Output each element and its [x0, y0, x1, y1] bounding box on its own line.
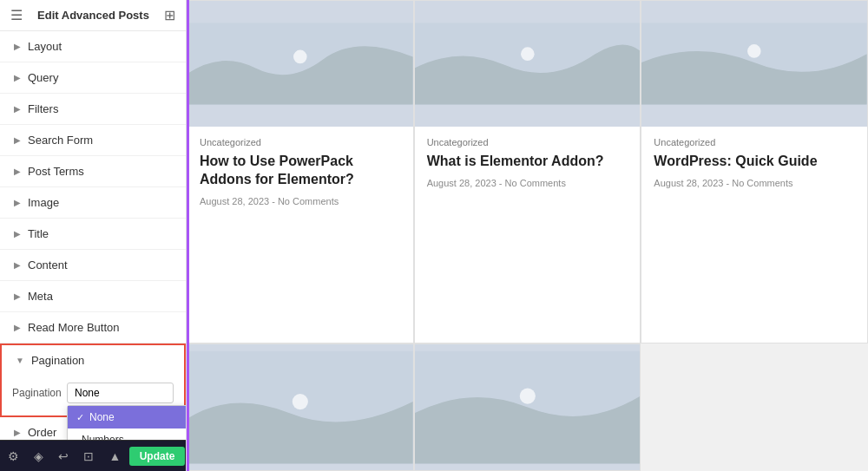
chevron-right-icon: ▶	[14, 229, 21, 239]
sidebar-item-meta[interactable]: ▶ Meta	[0, 281, 186, 312]
sidebar-item-label: Title	[28, 227, 49, 240]
post-thumbnail-4	[187, 344, 413, 470]
svg-point-9	[519, 388, 535, 403]
layers-icon[interactable]: ◈	[27, 446, 50, 467]
dropdown-option-label: Numbers	[82, 434, 124, 440]
sidebar-item-label: Search Form	[28, 134, 93, 147]
chevron-right-icon: ▶	[14, 42, 21, 51]
sidebar-title: Edit Advanced Posts	[37, 9, 149, 22]
post-title-2: What is Elementor Addon?	[427, 153, 628, 171]
menu-icon[interactable]: ☰	[10, 7, 23, 23]
post-category-2: Uncategorized	[427, 137, 628, 147]
sidebar-item-label: Layout	[28, 40, 62, 53]
chevron-right-icon: ▶	[14, 428, 21, 437]
responsive-icon[interactable]: ⊡	[76, 446, 101, 467]
svg-point-3	[521, 47, 535, 61]
pagination-content: Pagination None ✓ None Num	[2, 376, 184, 415]
post-body-3: Uncategorized WordPress: Quick Guide Aug…	[641, 127, 867, 343]
pagination-dropdown-menu: ✓ None Numbers Numbers + Previous/Next	[67, 405, 186, 440]
sidebar-item-query[interactable]: ▶ Query	[0, 62, 186, 94]
pagination-row: Pagination None ✓ None Num	[12, 383, 174, 403]
check-icon: ✓	[76, 412, 84, 423]
preview-icon[interactable]: ▲	[102, 446, 128, 467]
settings-icon[interactable]: ⚙	[1, 446, 26, 467]
post-category-1: Uncategorized	[200, 137, 401, 147]
sidebar-item-label: Query	[28, 71, 58, 84]
sidebar-item-image[interactable]: ▶ Image	[0, 187, 186, 219]
post-card-2: Uncategorized What is Elementor Addon? A…	[414, 0, 641, 343]
posts-grid: Uncategorized How to Use PowerPack Addon…	[187, 0, 868, 471]
post-thumbnail-1	[187, 1, 413, 127]
post-card-4	[187, 343, 414, 471]
sidebar-item-label: Content	[28, 258, 68, 271]
chevron-right-icon: ▶	[14, 291, 21, 301]
post-card-5	[414, 343, 641, 471]
sidebar-item-layout[interactable]: ▶ Layout	[0, 31, 186, 62]
sidebar-nav: ▶ Layout ▶ Query ▶ Filters ▶ Search Form…	[0, 31, 186, 440]
post-card-1: Uncategorized How to Use PowerPack Addon…	[187, 0, 414, 343]
svg-point-1	[293, 50, 307, 64]
post-thumbnail-5	[415, 344, 641, 470]
post-body-2: Uncategorized What is Elementor Addon? A…	[415, 127, 641, 343]
post-meta-1: August 28, 2023 - No Comments	[200, 196, 401, 206]
pagination-field-label: Pagination	[12, 387, 60, 399]
chevron-right-icon: ▶	[14, 323, 21, 332]
sidebar-item-label: Read More Button	[28, 321, 120, 334]
post-comments-3: No Comments	[732, 178, 792, 188]
svg-point-5	[747, 44, 761, 58]
dropdown-option-numbers[interactable]: Numbers	[68, 428, 186, 440]
grid-icon[interactable]: ⊞	[164, 7, 175, 23]
pagination-dropdown[interactable]: None	[67, 383, 174, 403]
chevron-right-icon: ▶	[14, 198, 21, 207]
sidebar: ☰ Edit Advanced Posts ⊞ ▶ Layout ▶ Query…	[0, 0, 187, 471]
sidebar-item-content[interactable]: ▶ Content	[0, 250, 186, 281]
pagination-header[interactable]: ▼ Pagination	[2, 345, 184, 376]
post-date-3: August 28, 2023	[654, 178, 723, 188]
post-title-1: How to Use PowerPack Addons for Elemento…	[200, 153, 401, 189]
update-button[interactable]: Update	[129, 447, 186, 466]
post-meta-3: August 28, 2023 - No Comments	[654, 178, 855, 188]
post-body-1: Uncategorized How to Use PowerPack Addon…	[187, 127, 413, 343]
undo-icon[interactable]: ↩	[51, 446, 76, 467]
post-card-6	[641, 343, 868, 471]
post-separator-2: -	[499, 178, 505, 188]
sidebar-item-filters[interactable]: ▶ Filters	[0, 94, 186, 125]
dropdown-option-none[interactable]: ✓ None	[68, 406, 186, 428]
post-comments-2: No Comments	[505, 178, 566, 188]
sidebar-header: ☰ Edit Advanced Posts ⊞	[0, 0, 186, 31]
sidebar-item-post-terms[interactable]: ▶ Post Terms	[0, 156, 186, 187]
chevron-down-icon: ▼	[16, 356, 24, 365]
sidebar-item-title[interactable]: ▶ Title	[0, 219, 186, 250]
chevron-right-icon: ▶	[14, 73, 21, 82]
post-card-3: Uncategorized WordPress: Quick Guide Aug…	[641, 0, 868, 343]
chevron-right-icon: ▶	[14, 104, 21, 114]
post-thumbnail-3	[641, 1, 867, 127]
dropdown-selected-value: None	[75, 387, 100, 399]
pagination-section-label: Pagination	[31, 354, 84, 367]
sidebar-item-label: Order	[28, 426, 56, 439]
dropdown-option-label: None	[89, 411, 115, 423]
sidebar-item-label: Image	[28, 196, 59, 209]
sidebar-toolbar: ⚙ ◈ ↩ ⊡ ▲ Update	[0, 440, 186, 471]
svg-point-7	[293, 394, 308, 409]
sidebar-item-label: Filters	[28, 102, 58, 115]
chevron-right-icon: ▶	[14, 135, 21, 145]
chevron-right-icon: ▶	[14, 167, 21, 176]
post-title-3: WordPress: Quick Guide	[654, 153, 855, 171]
pagination-dropdown-wrapper: None ✓ None Numbers	[67, 383, 174, 403]
post-date-1: August 28, 2023	[200, 196, 269, 206]
chevron-right-icon: ▶	[14, 260, 21, 270]
sidebar-item-read-more-button[interactable]: ▶ Read More Button	[0, 312, 186, 343]
post-meta-2: August 28, 2023 - No Comments	[427, 178, 628, 188]
post-category-3: Uncategorized	[654, 137, 855, 147]
sidebar-item-label: Meta	[28, 290, 53, 303]
main-content: Uncategorized How to Use PowerPack Addon…	[187, 0, 868, 471]
pagination-section: ▼ Pagination Pagination None ✓ None	[0, 343, 186, 417]
sidebar-item-label: Post Terms	[28, 165, 84, 178]
sidebar-item-search-form[interactable]: ▶ Search Form	[0, 125, 186, 156]
post-separator-1: -	[272, 196, 278, 206]
post-thumbnail-2	[415, 1, 641, 127]
post-comments-1: No Comments	[278, 196, 339, 206]
post-date-2: August 28, 2023	[427, 178, 496, 188]
